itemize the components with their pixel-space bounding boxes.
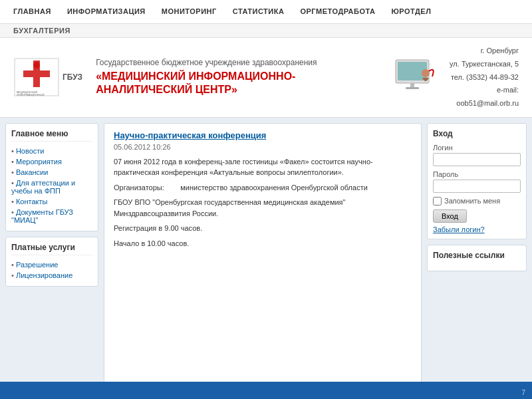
useful-links-section: Полезные ссылки <box>427 245 527 271</box>
login-button[interactable]: Вход <box>433 209 467 223</box>
login-section: Вход Логин Пароль Запомнить меня Вход За… <box>427 123 527 239</box>
article-organizers2: ГБОУ ВПО "Оренбургская государственная м… <box>114 197 412 219</box>
svg-text:ИНФОРМАЦИОННЫЙ: ИНФОРМАЦИОННЫЙ <box>17 93 45 96</box>
paid-services-list: Разрешение Лицензирование <box>11 259 92 281</box>
page-number: 7 <box>521 389 525 396</box>
password-label: Пароль <box>433 170 521 178</box>
organizers-label: Организаторы: <box>114 184 164 192</box>
top-navigation: ГЛАВНАЯ ИНФОРМАТИЗАЦИЯ МОНИТОРИНГ СТАТИС… <box>0 0 532 24</box>
nav-informatization[interactable]: ИНФОРМАТИЗАЦИЯ <box>67 2 146 22</box>
menu-item-events[interactable]: Мероприятия <box>11 156 92 167</box>
article-title[interactable]: Научно-практическая конференция <box>114 130 412 140</box>
bottom-bar <box>0 382 532 399</box>
remember-label: Запомнить меня <box>444 197 500 205</box>
menu-item-attestation[interactable]: Для аттестации и учебы на ФПП <box>11 178 92 196</box>
article-start-time: Начало в 10.00 часов. <box>114 238 412 249</box>
password-field-group: Пароль <box>433 170 521 193</box>
right-sidebar: Вход Логин Пароль Запомнить меня Вход За… <box>427 123 527 399</box>
paid-services-section: Платные услуги Разрешение Лицензирование <box>5 237 98 287</box>
computer-illustration <box>389 57 442 98</box>
subnav-label: БУХГАЛТЕРИЯ <box>13 27 70 35</box>
article-body: 07 июня 2012 года в конференц-зале гости… <box>114 156 412 249</box>
banner: МЕДИЦИНСКИЙ ИНФОРМАЦИОННЫЙ ГБУЗ Государс… <box>0 38 532 118</box>
remember-row: Запомнить меня <box>433 197 521 205</box>
menu-item-contacts[interactable]: Контакты <box>11 196 92 207</box>
forgot-link[interactable]: Забыли логин? <box>433 225 521 233</box>
nav-statistics[interactable]: СТАТИСТИКА <box>233 2 285 22</box>
svg-point-2 <box>33 62 40 68</box>
sub-navigation: БУХГАЛТЕРИЯ <box>0 24 532 38</box>
login-title: Вход <box>433 129 521 138</box>
service-item-licensing[interactable]: Лицензирование <box>11 270 92 281</box>
left-sidebar: Главное меню Новости Мероприятия Ваканси… <box>5 123 98 399</box>
nav-home[interactable]: ГЛАВНАЯ <box>13 2 51 22</box>
nav-orgmethodwork[interactable]: ОРГМЕТОДРАБОТА <box>300 2 375 22</box>
login-field-group: Логин <box>433 144 521 166</box>
login-input[interactable] <box>433 153 521 166</box>
address: ул. Туркестанская, 5 <box>449 58 519 71</box>
main-menu-list: Новости Мероприятия Вакансии Для аттеста… <box>11 146 92 225</box>
password-input[interactable] <box>433 180 521 193</box>
menu-item-documents[interactable]: Документы ГБУЗ "МИАЦ" <box>11 207 92 225</box>
svg-rect-9 <box>406 87 419 89</box>
svg-point-7 <box>422 69 430 77</box>
logo-container: МЕДИЦИНСКИЙ ИНФОРМАЦИОННЫЙ ГБУЗ <box>13 57 82 97</box>
main-content: Главное меню Новости Мероприятия Ваканси… <box>0 118 532 399</box>
org-name: «МЕДИЦИНСКИЙ ИНФОРМАЦИОННО-АНАЛИТИЧЕСКИЙ… <box>96 70 372 98</box>
article-paragraph-1: 07 июня 2012 года в конференц-зале гости… <box>114 156 412 178</box>
org-type: Государственное бюджетное учреждение здр… <box>96 58 372 67</box>
gbuz-logo: МЕДИЦИНСКИЙ ИНФОРМАЦИОННЫЙ <box>13 57 60 97</box>
article-organizers: Организаторы: министерство здравоохранен… <box>114 182 412 194</box>
banner-description: Государственное бюджетное учреждение здр… <box>96 58 372 98</box>
svg-rect-8 <box>410 83 414 87</box>
nav-monitoring[interactable]: МОНИТОРИНГ <box>162 2 217 22</box>
article-date: 05.06.2012 10:26 <box>114 143 412 151</box>
main-menu-section: Главное меню Новости Мероприятия Ваканси… <box>5 123 98 231</box>
contact-info: г. Оренбург ул. Туркестанская, 5 тел. (3… <box>449 45 519 110</box>
organizers-value: министерство здравоохранения Оренбургско… <box>180 184 368 192</box>
useful-links-title: Полезные ссылки <box>433 251 521 260</box>
nav-legal[interactable]: ЮРОТДЕЛ <box>391 2 431 22</box>
paid-services-title: Платные услуги <box>11 243 92 255</box>
city: г. Оренбург <box>449 45 519 58</box>
email: e-mail: oob51@mail.orb.ru <box>449 84 519 110</box>
phone: тел. (3532) 44-89-32 <box>449 71 519 84</box>
main-menu-title: Главное меню <box>11 129 92 142</box>
center-content: Научно-практическая конференция 05.06.20… <box>104 123 422 399</box>
login-label: Логин <box>433 144 521 152</box>
menu-item-vacancies[interactable]: Вакансии <box>11 167 92 178</box>
article-registration: Регистрация в 9.00 часов. <box>114 223 412 234</box>
remember-checkbox[interactable] <box>433 197 442 205</box>
service-item-permission[interactable]: Разрешение <box>11 259 92 270</box>
menu-item-news[interactable]: Новости <box>11 146 92 156</box>
